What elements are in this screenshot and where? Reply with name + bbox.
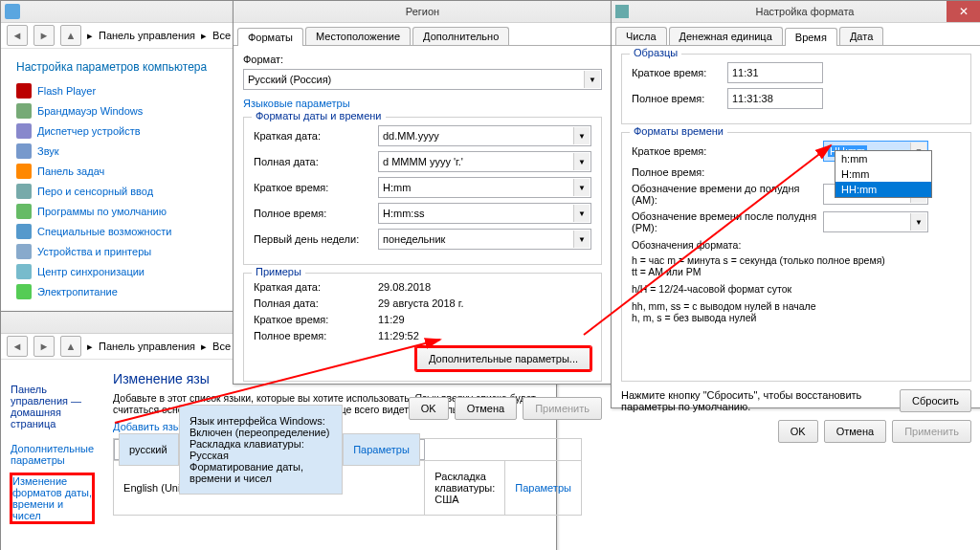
sidebar-advanced[interactable]: Дополнительные параметры	[11, 443, 94, 466]
reset-button[interactable]: Сбросить	[900, 389, 971, 412]
customize-format-dialog: Настройка формата✕ Числа Денежная единиц…	[611, 0, 980, 408]
fmt-titlebar: Настройка формата✕	[612, 1, 980, 23]
cp-item[interactable]: Перо и сенсорный ввод	[16, 184, 269, 199]
fmt-tabs: Числа Денежная единица Время Дата	[612, 23, 980, 46]
short-date-select[interactable]: dd.MM.yyyy▼	[378, 125, 591, 146]
tab-currency[interactable]: Денежная единица	[669, 27, 783, 45]
short-time-dropdown-list[interactable]: h:mm H:mm HH:mm	[835, 150, 932, 198]
sample-short-time: 11:31	[727, 62, 823, 83]
chevron-down-icon: ▼	[584, 71, 600, 88]
group-date-time-formats: Форматы даты и времени Краткая дата:dd.M…	[243, 117, 602, 265]
add-language-link[interactable]: Добавить язык	[113, 421, 185, 432]
cp-item-icon	[16, 224, 32, 239]
cp2-sidebar: Панель управления —домашняя страница Доп…	[1, 360, 103, 533]
table-row[interactable]: русский Язык интерфейса Windows: Включен…	[114, 439, 425, 460]
dropdown-option[interactable]: H:mm	[835, 166, 931, 182]
cp-item-link[interactable]: Устройства и принтеры	[37, 246, 151, 257]
apply-button: Применить	[523, 397, 602, 420]
first-day-select[interactable]: понедельник▼	[378, 229, 591, 250]
tab-time[interactable]: Время	[785, 28, 837, 46]
group-samples: Образцы Краткое время:11:31 Полное время…	[621, 54, 971, 124]
cp-item-icon	[16, 264, 32, 279]
region-dialog: Регион Форматы Местоположение Дополнител…	[233, 0, 612, 385]
cp-item-link[interactable]: Программы по умолчанию	[37, 206, 167, 217]
long-date-select[interactable]: d MMMM yyyy 'г.'▼	[378, 151, 591, 172]
cp-item[interactable]: Программы по умолчанию	[16, 204, 269, 219]
sidebar-home: Панель управления —домашняя страница	[11, 384, 94, 429]
cancel-button[interactable]: Отмена	[824, 420, 886, 443]
tab-location[interactable]: Местоположение	[305, 27, 411, 45]
language-table: русский Язык интерфейса Windows: Включен…	[113, 438, 582, 516]
sample-long-time: 11:31:38	[727, 88, 823, 109]
cancel-button[interactable]: Отмена	[455, 397, 517, 420]
cp-item-icon	[16, 184, 32, 199]
fwd-button[interactable]: ►	[33, 25, 55, 46]
cp-item[interactable]: Электропитание	[16, 284, 269, 299]
up-button[interactable]: ▲	[60, 25, 81, 46]
cp-item-link[interactable]: Диспетчер устройств	[37, 125, 141, 137]
back-button[interactable]: ◄	[7, 336, 28, 357]
cp-item-link[interactable]: Звук	[37, 145, 59, 157]
control-panel-icon: ▸	[87, 30, 93, 42]
cp-item[interactable]: Специальные возможности	[16, 224, 269, 239]
breadcrumb-cp[interactable]: Панель управления	[99, 341, 195, 352]
pm-symbol-select[interactable]: ▼	[823, 211, 928, 232]
cp-item-icon	[16, 284, 32, 299]
cp-item-link[interactable]: Брандмауэр Windows	[37, 105, 143, 117]
cp-item-link[interactable]: Центр синхронизации	[37, 266, 145, 277]
cp-item-link[interactable]: Flash Player	[37, 85, 96, 97]
cp-item-icon	[16, 83, 32, 99]
cp-item[interactable]: Панель задач	[16, 164, 269, 179]
cp-item-link[interactable]: Специальные возможности	[37, 226, 171, 237]
cp-item-icon	[16, 244, 32, 259]
dropdown-option[interactable]: h:mm	[835, 151, 931, 166]
tab-date[interactable]: Дата	[839, 27, 883, 45]
tab-numbers[interactable]: Числа	[615, 27, 667, 45]
format-label: Формат:	[243, 54, 602, 65]
cp-item-link[interactable]: Панель задач	[37, 165, 104, 177]
ok-button[interactable]: OK	[778, 420, 818, 443]
region-titlebar: Регион	[234, 1, 612, 23]
cp-item[interactable]: Центр синхронизации	[16, 264, 269, 279]
cp-item[interactable]: Устройства и принтеры	[16, 244, 269, 259]
cp-item[interactable]: Диспетчер устройств	[16, 123, 269, 139]
cp-icon	[5, 4, 20, 19]
up-button[interactable]: ▲	[60, 336, 81, 357]
dropdown-option-selected[interactable]: HH:mm	[835, 182, 931, 197]
tab-formats[interactable]: Форматы	[237, 28, 303, 46]
cp-item-icon	[16, 123, 32, 139]
cp-item-icon	[16, 143, 32, 159]
short-time-select[interactable]: H:mm▼	[378, 177, 591, 198]
lang-prefs-link[interactable]: Языковые параметры	[243, 98, 350, 109]
row-options-link[interactable]: Параметры	[353, 444, 410, 455]
region-button-row: OK Отмена Применить	[234, 389, 612, 428]
additional-params-button[interactable]: Дополнительные параметры...	[415, 346, 591, 371]
fmt-button-row: OK Отмена Применить	[612, 412, 980, 451]
format-select[interactable]: Русский (Россия)▼	[243, 69, 602, 90]
tab-admin[interactable]: Дополнительно	[412, 27, 509, 45]
cp-item[interactable]: Flash Player	[16, 83, 269, 99]
row-options-link[interactable]: Параметры	[515, 482, 571, 494]
group-examples: Примеры Краткая дата:29.08.2018 Полная д…	[243, 273, 602, 382]
cp-item-link[interactable]: Электропитание	[37, 286, 118, 297]
region-tabs: Форматы Местоположение Дополнительно	[234, 23, 612, 46]
back-button[interactable]: ◄	[7, 25, 28, 46]
close-button[interactable]: ✕	[947, 1, 980, 22]
cp-item-icon	[16, 164, 32, 179]
breadcrumb-cp[interactable]: Панель управления	[99, 30, 195, 41]
globe-icon	[615, 5, 629, 18]
fwd-button[interactable]: ►	[33, 336, 55, 357]
long-time-select[interactable]: H:mm:ss▼	[378, 203, 591, 224]
cp-item-link[interactable]: Перо и сенсорный ввод	[37, 186, 153, 197]
cp-item-icon	[16, 103, 32, 119]
sidebar-change-formats: Изменение форматов даты,времени и чисел	[11, 473, 94, 523]
cp-item[interactable]: Звук	[16, 143, 269, 159]
ok-button[interactable]: OK	[409, 397, 449, 420]
cp-item-icon	[16, 204, 32, 219]
cp-item[interactable]: Брандмауэр Windows	[16, 103, 269, 119]
apply-button: Применить	[892, 420, 971, 443]
